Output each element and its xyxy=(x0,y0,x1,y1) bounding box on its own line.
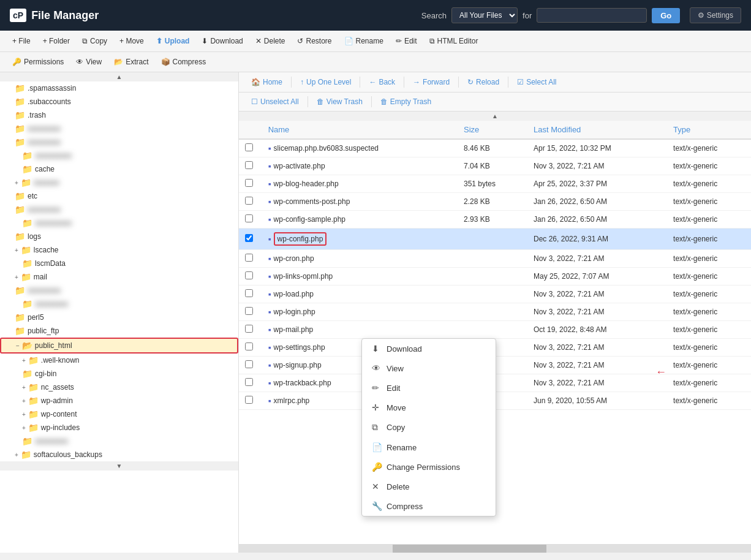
table-row[interactable]: ▪ wp-links-opml.php May 25, 2022, 7:07 A… xyxy=(239,268,751,286)
sidebar-item-cgi-bin[interactable]: 📁 cgi-bin xyxy=(0,367,238,380)
table-row[interactable]: ▪ wp-mail.php Oct 19, 2022, 8:48 AM text… xyxy=(239,321,751,339)
context-menu-item-compress[interactable]: 🔧Compress xyxy=(362,496,496,516)
sidebar-item-blurred8[interactable]: 📁 xxxxxxxxx xyxy=(0,297,238,311)
sidebar-item-blurred5[interactable]: 📁 xxxxxxxxx xyxy=(0,203,238,216)
context-menu-item-move[interactable]: ✛Move xyxy=(362,398,496,417)
reload-button[interactable]: ↻ Reload xyxy=(462,76,504,88)
sidebar-item-blurred9[interactable]: 📁 xxxxxxxxx xyxy=(0,434,238,448)
delete-button[interactable]: ✕ Delete xyxy=(251,34,290,48)
sidebar-item-well-known[interactable]: + 📁 .well-known xyxy=(0,354,238,367)
new-file-button[interactable]: + File xyxy=(7,34,36,48)
row-checkbox[interactable] xyxy=(245,197,253,205)
row-checkbox[interactable] xyxy=(245,234,253,242)
view-button[interactable]: 👁 View xyxy=(71,55,107,69)
nav-divider xyxy=(291,77,292,88)
forward-button[interactable]: → Forward xyxy=(408,76,455,88)
back-button[interactable]: ← Back xyxy=(364,76,400,88)
row-checkbox[interactable] xyxy=(245,360,253,368)
sidebar-item-lscache[interactable]: + 📁 lscache xyxy=(0,243,238,257)
bottom-scrollbar[interactable] xyxy=(239,544,751,553)
home-button[interactable]: 🏠 🏠 Home Home xyxy=(246,76,287,88)
sidebar-item-softaculous[interactable]: + 📁 softaculous_backups xyxy=(0,448,238,461)
up-one-level-button[interactable]: ↑ Up One Level xyxy=(295,76,356,88)
edit-button[interactable]: ✏ Edit xyxy=(391,34,422,48)
row-checkbox[interactable] xyxy=(245,307,253,315)
sidebar-item-wp-admin[interactable]: + 📁 wp-admin xyxy=(0,394,238,407)
row-checkbox-cell xyxy=(239,211,262,229)
col-name-header[interactable]: Name xyxy=(262,121,458,139)
sidebar-item-mail[interactable]: + 📁 mail xyxy=(0,270,238,284)
html-editor-button[interactable]: ⧉ HTML Editor xyxy=(425,34,483,48)
sidebar-item-subaccounts[interactable]: 📁 .subaccounts xyxy=(0,95,238,108)
empty-trash-button[interactable]: 🗑 Empty Trash xyxy=(376,96,436,108)
sidebar-item-cache[interactable]: 📁 cache xyxy=(0,162,238,176)
context-menu-item-download[interactable]: ⬇Download xyxy=(362,339,496,358)
sidebar-item-wp-content[interactable]: + 📁 wp-content xyxy=(0,407,238,421)
row-checkbox[interactable] xyxy=(245,325,253,333)
sidebar-item-lscmdata[interactable]: 📁 lscmData xyxy=(0,257,238,270)
row-checkbox[interactable] xyxy=(245,214,253,222)
row-checkbox[interactable] xyxy=(245,271,253,279)
sidebar-item-blurred3[interactable]: 📁 xxxxxxxxxx xyxy=(0,149,238,162)
search-go-button[interactable]: Go xyxy=(652,8,680,23)
view-trash-button[interactable]: 🗑 View Trash xyxy=(312,96,368,108)
upload-button[interactable]: ⬆ Upload xyxy=(151,34,195,48)
compress-button[interactable]: 📦 Compress xyxy=(156,55,211,69)
sidebar-item-blurred7[interactable]: 📁 xxxxxxxxx xyxy=(0,284,238,297)
context-menu-item-change-permissions[interactable]: 🔑Change Permissions xyxy=(362,457,496,477)
download-button[interactable]: ⬇ Download xyxy=(197,34,247,48)
permissions-button[interactable]: 🔑 Permissions xyxy=(7,55,69,69)
sidebar-item-public-html[interactable]: − 📂 public_html xyxy=(0,338,238,354)
sidebar-item-perl5[interactable]: 📁 perl5 xyxy=(0,311,238,324)
select-all-button[interactable]: ☑ ☑ Select All Select All xyxy=(512,76,561,88)
rename-button[interactable]: 📄 Rename xyxy=(339,34,388,48)
context-menu-item-view[interactable]: 👁View xyxy=(362,358,496,378)
sidebar-item-etc[interactable]: 📁 etc xyxy=(0,189,238,203)
sidebar-item-nc-assets[interactable]: + 📁 nc_assets xyxy=(0,380,238,394)
sidebar-item-trash[interactable]: 📁 .trash xyxy=(0,108,238,122)
sidebar-item-public-ftp[interactable]: 📁 public_ftp xyxy=(0,324,238,338)
context-menu-item-rename[interactable]: 📄Rename xyxy=(362,437,496,457)
table-row[interactable]: ▪ wp-cron.php Nov 3, 2022, 7:21 AM text/… xyxy=(239,250,751,268)
context-menu-item-edit[interactable]: ✏Edit xyxy=(362,378,496,398)
search-input[interactable] xyxy=(537,8,647,23)
col-type-header[interactable]: Type xyxy=(667,121,751,139)
unselect-all-button[interactable]: ☐ Unselect All xyxy=(246,96,304,108)
table-row[interactable]: ▪ wp-config.php Dec 26, 2022, 9:31 AM te… xyxy=(239,229,751,250)
table-row[interactable]: ▪ wp-config-sample.php 2.93 KB Jan 26, 2… xyxy=(239,211,751,229)
context-menu-item-delete[interactable]: ✕Delete xyxy=(362,477,496,496)
col-size-header[interactable]: Size xyxy=(458,121,527,139)
sidebar-item-blurred6[interactable]: 📁 xxxxxxxxxx xyxy=(0,216,238,230)
row-checkbox[interactable] xyxy=(245,143,253,151)
row-checkbox[interactable] xyxy=(245,254,253,262)
sidebar-item-blurred2[interactable]: 📁 xxxxxxxxx xyxy=(0,135,238,149)
col-modified-header[interactable]: Last Modified xyxy=(527,121,667,139)
move-button[interactable]: + Move xyxy=(115,34,149,48)
table-row[interactable]: ▪ wp-blog-header.php 351 bytes Apr 25, 2… xyxy=(239,175,751,193)
row-checkbox[interactable] xyxy=(245,396,253,404)
table-row[interactable]: ▪ wp-login.php Nov 3, 2022, 7:21 AM text… xyxy=(239,303,751,321)
row-checkbox[interactable] xyxy=(245,179,253,187)
table-row[interactable]: ▪ wp-activate.php 7.04 KB Nov 3, 2022, 7… xyxy=(239,157,751,175)
row-checkbox[interactable] xyxy=(245,342,253,350)
table-row[interactable]: ▪ slicemap.php.bv6083.suspected 8.46 KB … xyxy=(239,139,751,157)
sidebar-item-logs[interactable]: 📁 logs xyxy=(0,230,238,243)
context-menu-item-copy[interactable]: ⧉Copy xyxy=(362,417,496,437)
row-checkbox[interactable] xyxy=(245,289,253,297)
sidebar-item-blurred1[interactable]: 📁 xxxxxxxxx xyxy=(0,122,238,135)
file-icon: ▪ xyxy=(268,271,271,281)
sidebar-item-wp-includes[interactable]: + 📁 wp-includes xyxy=(0,421,238,434)
table-row[interactable]: ▪ wp-load.php Nov 3, 2022, 7:21 AM text/… xyxy=(239,286,751,303)
copy-button[interactable]: ⧉ Copy xyxy=(77,34,112,48)
settings-button[interactable]: ⚙ Settings xyxy=(690,7,741,23)
cm-label: Rename xyxy=(387,443,417,452)
table-row[interactable]: ▪ wp-comments-post.php 2.28 KB Jan 26, 2… xyxy=(239,193,751,211)
new-folder-button[interactable]: + Folder xyxy=(38,34,75,48)
sidebar-item-spamassassin[interactable]: 📁 .spamassassin xyxy=(0,81,238,95)
row-checkbox[interactable] xyxy=(245,161,253,169)
extract-button[interactable]: 📂 Extract xyxy=(109,55,153,69)
restore-button[interactable]: ↺ Restore xyxy=(292,34,336,48)
row-checkbox[interactable] xyxy=(245,378,253,386)
search-scope-select[interactable]: All Your Files xyxy=(451,7,518,23)
sidebar-item-blurred4[interactable]: + 📁 xxxxxxx xyxy=(0,176,238,189)
